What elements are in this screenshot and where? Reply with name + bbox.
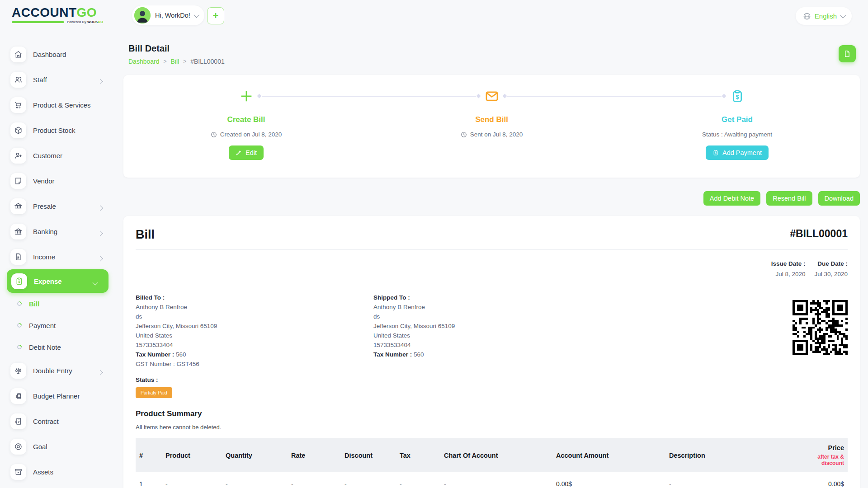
bullet-ring-icon: [16, 300, 23, 307]
user-menu[interactable]: Hi, WorkDo!: [132, 5, 204, 25]
plus-icon: [239, 88, 254, 105]
sidebar-item-label: Double Entry: [33, 367, 72, 375]
language-label: English: [815, 12, 837, 20]
product-summary-title: Product Summary: [136, 409, 202, 418]
step-title: Get Paid: [722, 115, 753, 124]
globe-icon: [803, 12, 811, 20]
svg-text:$: $: [15, 420, 17, 424]
sidebar-subitem-bill[interactable]: Bill: [0, 293, 114, 314]
svg-text:$: $: [16, 395, 18, 399]
avatar: [134, 7, 151, 23]
document-icon: [10, 249, 26, 265]
edit-button[interactable]: Edit: [229, 145, 264, 160]
workflow-step-create-bill: Create Bill Created on Jul 8, 2020 Edit: [123, 75, 369, 178]
bank-icon: [10, 224, 26, 239]
sidebar-item-label: Income: [33, 253, 55, 261]
col-product: Product: [162, 438, 222, 472]
resend-bill-button[interactable]: Resend Bill: [766, 191, 812, 206]
clock-icon: [211, 131, 217, 138]
product-summary-table: # Product Quantity Rate Discount Tax Cha…: [136, 438, 848, 488]
sidebar-subitem-debit-note[interactable]: Debit Note: [0, 336, 114, 358]
topbar: ACCOUNTGO Powered By WORKDO Hi, WorkDo! …: [0, 0, 868, 33]
col-price: Price after tax & discount: [796, 438, 848, 472]
workflow-connector: [262, 96, 476, 97]
add-payment-button[interactable]: $ Add Payment: [706, 145, 769, 160]
cart-icon: [10, 97, 26, 113]
col-description: Description: [665, 438, 796, 472]
logo-text: ACCOUNTGO: [12, 6, 103, 19]
payment-clipboard-icon: $: [730, 88, 745, 105]
product-summary-note: All items here cannot be deleted.: [136, 424, 221, 431]
step-title: Send Bill: [475, 115, 508, 124]
accountgo-logo[interactable]: ACCOUNTGO Powered By WORKDO: [12, 6, 103, 24]
breadcrumb-bill[interactable]: Bill: [171, 58, 179, 65]
coins-icon: $: [10, 388, 26, 404]
download-button[interactable]: Download: [818, 191, 860, 206]
sidebar-item-label: Assets: [33, 468, 53, 476]
bank-icon: [10, 198, 26, 214]
billed-to-block: Billed To : Anthony B Renfroe ds Jeffers…: [136, 293, 373, 369]
sidebar-item-product-stock[interactable]: Product Stock: [0, 117, 114, 143]
bill-doc-title: Bill: [136, 228, 155, 242]
sidebar-item-assets[interactable]: Assets: [0, 459, 114, 484]
svg-text:$: $: [19, 280, 20, 283]
sidebar-item-label: Expense: [34, 277, 62, 285]
note-icon: [10, 173, 26, 189]
step-caption: Sent on Jul 8, 2020: [461, 131, 523, 138]
scales-icon: [10, 363, 26, 379]
sidebar-item-banking[interactable]: Banking: [0, 219, 114, 244]
user-plus-icon: [10, 148, 26, 164]
sidebar: Dashboard Staff Product & Services Produ…: [0, 33, 114, 488]
sidebar-item-dashboard[interactable]: Dashboard: [0, 42, 114, 67]
sidebar-item-contract[interactable]: $ Contract: [0, 408, 114, 434]
bullet-ring-icon: [16, 344, 23, 350]
sidebar-subitem-label: Bill: [29, 300, 39, 308]
sidebar-item-goal[interactable]: Goal: [0, 434, 114, 459]
file-icon: [843, 50, 851, 58]
bill-dates: Issue Date : Jul 8, 2020 Due Date : Jul …: [771, 260, 848, 277]
sidebar-item-budget-planner[interactable]: $ Budget Planner: [0, 383, 114, 408]
language-selector[interactable]: English: [796, 7, 852, 25]
plus-icon: +: [213, 11, 219, 21]
sidebar-subitem-payment[interactable]: Payment: [0, 314, 114, 336]
sidebar-item-double-entry[interactable]: Double Entry: [0, 358, 114, 383]
sidebar-item-customer[interactable]: Customer: [0, 143, 114, 168]
page-title: Bill Detail: [128, 43, 860, 54]
divider: [136, 249, 848, 250]
sidebar-item-label: Staff: [33, 76, 47, 84]
breadcrumb-dashboard[interactable]: Dashboard: [128, 58, 160, 65]
sidebar-item-vendor[interactable]: Vendor: [0, 168, 114, 193]
sidebar-item-label: Budget Planner: [33, 392, 80, 400]
add-button[interactable]: +: [207, 7, 224, 24]
breadcrumb-separator: >: [164, 58, 167, 65]
sidebar-item-product-services[interactable]: Product & Services: [0, 92, 114, 117]
bill-document-card: Bill #BILL00001 Issue Date : Jul 8, 2020…: [123, 216, 860, 488]
step-title: Create Bill: [227, 115, 265, 124]
sidebar-item-income[interactable]: Income: [0, 244, 114, 269]
price-note: after tax & discount: [799, 454, 844, 466]
breadcrumb-separator: >: [183, 58, 186, 65]
col-rate: Rate: [288, 438, 341, 472]
sidebar-subitem-label: Payment: [29, 322, 56, 329]
add-debit-note-button[interactable]: Add Debit Note: [703, 191, 760, 206]
sidebar-item-expense[interactable]: $ Expense: [7, 269, 108, 293]
qr-code: [793, 300, 848, 355]
col-account-amount: Account Amount: [552, 438, 665, 472]
user-greeting: Hi, WorkDo!: [155, 12, 190, 19]
sidebar-item-presale[interactable]: Presale: [0, 193, 114, 219]
status-badge: Partialy Paid: [136, 387, 172, 398]
contract-icon: $: [10, 413, 26, 429]
col-discount: Discount: [341, 438, 396, 472]
col-index: #: [136, 438, 162, 472]
col-tax: Tax: [396, 438, 440, 472]
export-document-button[interactable]: [839, 45, 856, 62]
chevron-right-icon: [98, 77, 102, 85]
action-buttons: Add Debit Note Resend Bill Download: [123, 191, 860, 206]
issue-date: Issue Date : Jul 8, 2020: [771, 260, 806, 277]
breadcrumb-current: #BILL00001: [190, 58, 225, 65]
svg-text:$: $: [736, 94, 739, 100]
shipped-to-block: Shipped To : Anthony B Renfroe ds Jeffer…: [373, 293, 611, 369]
logo-underline: [12, 21, 64, 23]
clipboard-icon: $: [712, 150, 719, 156]
sidebar-item-staff[interactable]: Staff: [0, 67, 114, 92]
